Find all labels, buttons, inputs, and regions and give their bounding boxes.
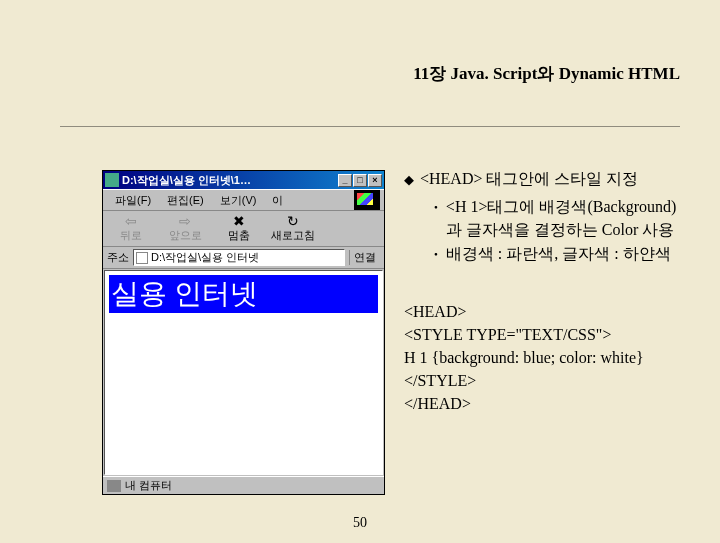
- back-button[interactable]: ⇦ 뒤로: [107, 214, 155, 243]
- code-block: <HEAD> <STYLE TYPE="TEXT/CSS"> H 1 {back…: [404, 300, 680, 416]
- sub-bullet-list: • <H 1>태그에 배경색(Background)과 글자색을 결정하는 Co…: [404, 196, 680, 265]
- code-line-2: <STYLE TYPE="TEXT/CSS">: [404, 323, 680, 346]
- address-value: D:\작업실\실용 인터넷: [151, 250, 259, 265]
- close-button[interactable]: ×: [368, 174, 382, 187]
- app-icon: [105, 173, 119, 187]
- sub-bullet-1: • <H 1>태그에 배경색(Background)과 글자색을 결정하는 Co…: [434, 196, 680, 241]
- refresh-button[interactable]: ↻ 새로고침: [269, 214, 317, 243]
- refresh-icon: ↻: [287, 214, 299, 228]
- forward-button[interactable]: ⇨ 앞으로: [161, 214, 209, 243]
- page-icon: [136, 252, 148, 264]
- chapter-title: 11장 Java. Script와 Dynamic HTML: [0, 62, 680, 85]
- window-title: D:\작업실\실용 인터넷\1…: [122, 173, 338, 188]
- stop-icon: ✖: [233, 214, 245, 228]
- forward-arrow-icon: ⇨: [179, 214, 191, 228]
- code-line-4: </STYLE>: [404, 369, 680, 392]
- back-arrow-icon: ⇦: [125, 214, 137, 228]
- minimize-button[interactable]: _: [338, 174, 352, 187]
- code-line-5: </HEAD>: [404, 392, 680, 415]
- code-line-3: H 1 {background: blue; color: white}: [404, 346, 680, 369]
- slide-page: 11장 Java. Script와 Dynamic HTML D:\작업실\실용…: [0, 0, 720, 543]
- browser-window: D:\작업실\실용 인터넷\1… _ □ × 파일(F) 편집(E) 보기(V)…: [102, 170, 385, 495]
- diamond-bullet-icon: ◆: [404, 171, 414, 190]
- page-number: 50: [0, 515, 720, 531]
- sub-bullet-2-text: 배경색 : 파란색, 글자색 : 하얀색: [446, 243, 671, 265]
- address-bar: 주소 D:\작업실\실용 인터넷 연결: [103, 247, 384, 269]
- main-bullet: ◆ <HEAD> 태그안에 스타일 지정: [404, 168, 680, 190]
- main-bullet-text: <HEAD> 태그안에 스타일 지정: [420, 168, 638, 190]
- menu-bar: 파일(F) 편집(E) 보기(V) 이: [103, 189, 384, 211]
- stop-button[interactable]: ✖ 멈춤: [215, 214, 263, 243]
- status-bar: 내 컴퓨터: [103, 476, 384, 494]
- back-label: 뒤로: [120, 228, 142, 243]
- window-controls: _ □ ×: [338, 174, 382, 187]
- menu-edit[interactable]: 편집(E): [159, 191, 212, 210]
- dot-bullet-icon: •: [434, 200, 438, 241]
- go-button[interactable]: 연결: [349, 250, 380, 265]
- refresh-label: 새로고침: [271, 228, 315, 243]
- computer-icon: [107, 480, 121, 492]
- stop-label: 멈춤: [228, 228, 250, 243]
- dot-bullet-icon: •: [434, 247, 438, 265]
- h1-demo-text: 실용 인터넷: [109, 275, 378, 313]
- ie-logo-icon: [354, 190, 380, 210]
- address-label: 주소: [107, 250, 129, 265]
- status-text: 내 컴퓨터: [125, 478, 172, 493]
- address-input[interactable]: D:\작업실\실용 인터넷: [133, 249, 345, 266]
- toolbar: ⇦ 뒤로 ⇨ 앞으로 ✖ 멈춤 ↻ 새로고침: [103, 211, 384, 247]
- forward-label: 앞으로: [169, 228, 202, 243]
- menu-more[interactable]: 이: [264, 191, 291, 210]
- sub-bullet-1-text: <H 1>태그에 배경색(Background)과 글자색을 결정하는 Colo…: [446, 196, 680, 241]
- divider: [60, 126, 680, 127]
- code-line-1: <HEAD>: [404, 300, 680, 323]
- sub-bullet-2: • 배경색 : 파란색, 글자색 : 하얀색: [434, 243, 680, 265]
- menu-file[interactable]: 파일(F): [107, 191, 159, 210]
- browser-content: 실용 인터넷: [104, 270, 383, 475]
- description-block: ◆ <HEAD> 태그안에 스타일 지정 • <H 1>태그에 배경색(Back…: [404, 168, 680, 416]
- maximize-button[interactable]: □: [353, 174, 367, 187]
- menu-view[interactable]: 보기(V): [212, 191, 265, 210]
- title-bar: D:\작업실\실용 인터넷\1… _ □ ×: [103, 171, 384, 189]
